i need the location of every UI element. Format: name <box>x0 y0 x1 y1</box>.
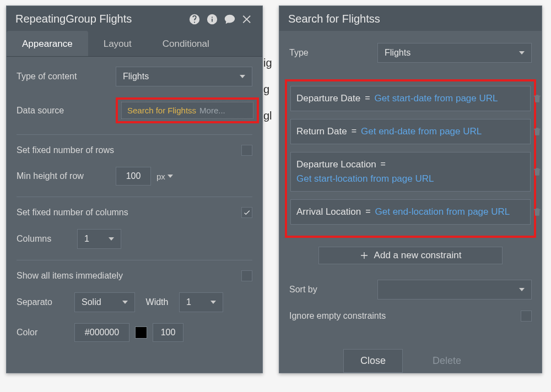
search-type-row: Type Flights <box>289 43 532 63</box>
constraint-field: Departure Location <box>296 159 376 170</box>
data-source-label: Data source <box>17 106 110 116</box>
tab-conditional[interactable]: Conditional <box>147 31 225 56</box>
constraint-value: Get start-date from page URL <box>375 93 498 104</box>
columns-row: Columns 1 <box>17 229 252 249</box>
type-of-content-label: Type of content <box>17 72 110 81</box>
set-fixed-cols-checkbox[interactable] <box>241 207 252 218</box>
search-panel-footer: Close Delete <box>279 349 542 373</box>
separator-row: Separato Solid Width 1 <box>17 292 252 312</box>
sort-by-dropdown[interactable] <box>377 280 532 300</box>
set-fixed-rows-label: Set fixed number of rows <box>17 145 236 155</box>
search-options-section: Sort by Ignore empty constraints <box>279 264 542 335</box>
columns-dropdown[interactable]: 1 <box>77 229 121 249</box>
ignore-empty-label: Ignore empty constraints <box>289 311 515 321</box>
divider-1 <box>17 134 252 135</box>
trash-icon[interactable] <box>532 93 542 104</box>
min-height-unit-dropdown[interactable]: px <box>156 172 173 181</box>
data-source-row: Data source Search for Flightss More... <box>17 97 252 123</box>
constraint-row[interactable]: Departure Date=Get start-date from page … <box>290 86 531 111</box>
trash-icon[interactable] <box>532 126 542 137</box>
type-of-content-row: Type of content Flights <box>17 67 252 86</box>
panel-header-right: Search for Flightss <box>279 6 542 31</box>
constraint-field: Departure Date <box>296 93 360 104</box>
check-icon <box>243 209 251 216</box>
type-of-content-dropdown[interactable]: Flights <box>116 67 252 86</box>
tab-appearance[interactable]: Appearance <box>7 31 88 56</box>
search-type-label: Type <box>289 48 372 58</box>
min-height-label: Min height of row <box>17 171 110 181</box>
separator-width-label: Width <box>141 297 174 307</box>
data-source-highlight: Search for Flightss More... <box>116 97 259 123</box>
equals-sign: = <box>352 126 356 136</box>
type-of-content-value: Flights <box>123 72 149 81</box>
min-height-input[interactable]: 100 <box>116 167 151 186</box>
tabs: Appearance Layout Conditional <box>7 31 262 57</box>
columns-label: Columns <box>17 234 72 244</box>
info-icon[interactable] <box>206 13 218 25</box>
show-all-checkbox[interactable] <box>241 270 252 281</box>
data-source-value: Search for Flightss <box>127 106 196 115</box>
constraint-value: Get end-location from page URL <box>375 206 510 217</box>
caret-down-icon <box>168 173 173 179</box>
ignore-empty-row: Ignore empty constraints <box>289 311 532 322</box>
constraint-row[interactable]: Departure Location=Get start-location fr… <box>290 152 531 192</box>
caret-down-icon <box>519 50 525 56</box>
constraint-field: Arrival Location <box>296 206 361 217</box>
constraint-value: Get end-date from page URL <box>361 126 482 137</box>
appearance-section: Type of content Flights Data source Sear… <box>7 57 262 355</box>
panel-header-left: RepeatingGroup Flights <box>7 6 262 31</box>
color-alpha-input[interactable]: 100 <box>153 323 183 342</box>
plus-icon <box>360 251 369 260</box>
panel-header-icons <box>188 13 253 25</box>
ignore-empty-checkbox[interactable] <box>521 311 532 322</box>
color-hex-input[interactable]: #000000 <box>74 323 129 342</box>
close-icon[interactable] <box>241 13 253 25</box>
constraint-field: Return Date <box>296 126 347 137</box>
equals-sign: = <box>365 206 370 216</box>
show-all-row: Show all items immediately <box>17 270 252 281</box>
help-icon[interactable] <box>188 13 201 25</box>
caret-down-icon <box>210 300 216 305</box>
separator-label: Separato <box>17 297 69 307</box>
search-panel-title: Search for Flightss <box>288 13 380 25</box>
search-type-section: Type Flights <box>279 31 542 76</box>
data-source-more: More... <box>199 106 225 115</box>
caret-down-icon <box>240 74 245 79</box>
caret-down-icon <box>109 236 114 242</box>
background-hint-text: igggl <box>263 50 272 129</box>
close-button[interactable]: Close <box>343 349 403 373</box>
set-fixed-cols-label: Set fixed number of columns <box>17 208 236 217</box>
search-for-flights-panel: Search for Flightss Type Flights Departu… <box>279 6 542 373</box>
set-fixed-cols-row: Set fixed number of columns <box>17 207 252 218</box>
repeating-group-properties-panel: RepeatingGroup Flights Appearance Layout… <box>6 6 263 373</box>
separator-width-dropdown[interactable]: 1 <box>179 292 223 312</box>
color-row: Color #000000 100 <box>17 323 252 342</box>
show-all-label: Show all items immediately <box>17 271 236 281</box>
color-label: Color <box>17 328 69 337</box>
constraint-row[interactable]: Return Date=Get end-date from page URL <box>290 119 531 144</box>
color-swatch[interactable] <box>135 326 147 339</box>
caret-down-icon <box>122 300 128 305</box>
constraints-list: Departure Date=Get start-date from page … <box>290 86 531 225</box>
panel-title: RepeatingGroup Flights <box>15 13 132 25</box>
data-source-expression[interactable]: Search for Flightss More... <box>121 102 253 119</box>
comment-icon[interactable] <box>224 13 236 25</box>
trash-icon[interactable] <box>532 206 542 217</box>
equals-sign: = <box>365 93 370 103</box>
divider-3 <box>17 260 252 260</box>
min-height-row: Min height of row 100 px <box>17 167 252 186</box>
constraint-value: Get start-location from page URL <box>296 173 434 184</box>
set-fixed-rows-row: Set fixed number of rows <box>17 145 252 156</box>
set-fixed-rows-checkbox[interactable] <box>241 145 252 156</box>
constraint-row[interactable]: Arrival Location=Get end-location from p… <box>290 199 531 225</box>
sort-by-row: Sort by <box>289 280 532 300</box>
trash-icon[interactable] <box>532 166 542 177</box>
caret-down-icon <box>519 287 525 292</box>
add-constraint-button[interactable]: Add a new constraint <box>318 247 502 264</box>
separator-style-dropdown[interactable]: Solid <box>74 292 135 312</box>
delete-button: Delete <box>416 350 478 372</box>
equals-sign: = <box>381 159 386 169</box>
search-type-dropdown[interactable]: Flights <box>377 43 532 63</box>
sort-by-label: Sort by <box>289 285 372 295</box>
tab-layout[interactable]: Layout <box>88 31 147 56</box>
